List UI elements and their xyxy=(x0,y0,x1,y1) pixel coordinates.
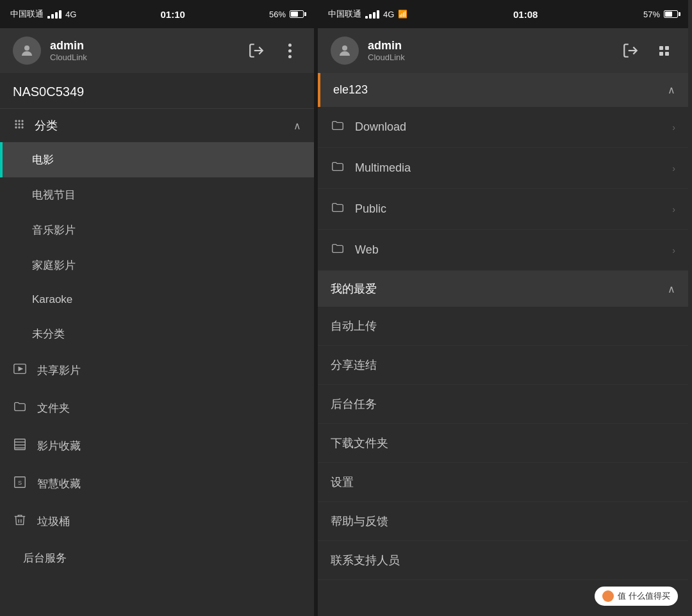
right-status-bar: 中国联通 4G 📶 01:08 57% xyxy=(318,0,688,28)
grid-dot1 xyxy=(659,46,663,50)
menu-item-uncategorized[interactable]: 未分类 xyxy=(0,316,314,352)
watermark-text: 值 什么值得买 xyxy=(618,590,670,602)
watermark: 值 什么值得买 xyxy=(595,587,678,606)
right-item-multimedia[interactable]: Multimedia › xyxy=(318,148,688,189)
menu-item-smart-collection[interactable]: S 智慧收藏 xyxy=(0,465,314,503)
svg-text:S: S xyxy=(18,480,22,486)
svg-point-6 xyxy=(18,123,20,125)
folder-icon-public xyxy=(331,200,345,218)
rbar1 xyxy=(365,16,368,19)
left-status-bar: 中国联通 4G 01:10 56% xyxy=(0,0,314,28)
right-item-web[interactable]: Web › xyxy=(318,230,688,271)
right-header-icons xyxy=(619,39,675,62)
favorites-section-header[interactable]: 我的最爱 ∧ xyxy=(318,271,688,307)
right-logout-button[interactable] xyxy=(619,39,642,62)
right-panel: 中国联通 4G 📶 01:08 57% xyxy=(318,0,688,616)
categories-section-header[interactable]: 分类 ∧ xyxy=(0,109,314,142)
right-item-background-task[interactable]: 后台任务 xyxy=(318,385,688,424)
categories-icon xyxy=(13,118,26,133)
right-signal xyxy=(365,10,379,19)
left-sidebar-menu: 分类 ∧ 电影 电视节目 音乐影片 家庭影片 Karaoke 未分类 xyxy=(0,109,314,616)
left-avatar xyxy=(13,36,41,65)
right-carrier: 中国联通 xyxy=(328,8,361,20)
menu-item-movie[interactable]: 电影 xyxy=(0,142,314,177)
folder-icon-web xyxy=(331,241,345,259)
menu-item-folder[interactable]: 文件夹 xyxy=(0,389,314,427)
svg-point-7 xyxy=(21,123,23,125)
watermark-logo xyxy=(602,590,614,602)
right-item-help[interactable]: 帮助与反馈 xyxy=(318,502,688,541)
right-username: admin xyxy=(368,39,405,53)
bar2 xyxy=(51,14,54,19)
folder-icon-left xyxy=(13,400,27,417)
right-item-settings[interactable]: 设置 xyxy=(318,463,688,502)
left-service: CloudLink xyxy=(50,53,87,62)
left-status-right: 56% xyxy=(269,10,304,19)
right-wifi-icon: 📶 xyxy=(398,10,408,19)
menu-item-shared-video[interactable]: 共享影片 xyxy=(0,352,314,389)
right-status-right: 57% xyxy=(643,10,678,19)
shared-video-icon xyxy=(13,362,27,379)
ele123-section-header[interactable]: ele123 ∧ xyxy=(318,73,688,107)
menu-item-tv[interactable]: 电视节目 xyxy=(0,177,314,213)
left-battery-fill xyxy=(291,12,298,17)
right-item-auto-upload[interactable]: 自动上传 xyxy=(318,307,688,346)
menu-item-home[interactable]: 家庭影片 xyxy=(0,248,314,283)
dot2 xyxy=(288,49,292,53)
svg-marker-12 xyxy=(19,367,22,371)
trash-icon xyxy=(13,513,27,530)
left-more-button[interactable] xyxy=(278,39,301,62)
smart-collection-icon: S xyxy=(13,475,27,492)
rbar2 xyxy=(369,14,372,19)
right-avatar xyxy=(331,36,359,65)
right-item-contact[interactable]: 联系支持人员 xyxy=(318,541,688,580)
right-network: 4G xyxy=(383,10,394,19)
left-time: 01:10 xyxy=(160,9,185,20)
right-battery-icon xyxy=(664,10,678,18)
svg-point-3 xyxy=(18,120,20,122)
right-header: admin CloudLink xyxy=(318,28,688,73)
menu-item-karaoke[interactable]: Karaoke xyxy=(0,283,314,316)
menu-item-backend[interactable]: 后台服务 xyxy=(0,540,314,576)
grid-dot4 xyxy=(665,52,669,56)
left-signal xyxy=(47,10,62,19)
left-panel: 中国联通 4G 01:10 56% xyxy=(0,0,314,616)
menu-item-music[interactable]: 音乐影片 xyxy=(0,213,314,248)
right-user-text: admin CloudLink xyxy=(368,39,405,62)
rbar3 xyxy=(373,12,375,19)
right-item-public[interactable]: Public › xyxy=(318,189,688,230)
ele123-title: ele123 xyxy=(333,83,668,97)
bar3 xyxy=(55,12,58,19)
left-status-left: 中国联通 4G xyxy=(10,8,76,20)
svg-point-2 xyxy=(15,120,17,122)
right-battery-fill xyxy=(665,12,672,17)
left-header: admin CloudLink xyxy=(0,28,314,73)
categories-label: 分类 xyxy=(35,118,58,133)
menu-item-trash[interactable]: 垃圾桶 xyxy=(0,503,314,540)
right-user-info: admin CloudLink xyxy=(331,36,405,65)
right-item-download[interactable]: Download › xyxy=(318,107,688,148)
dot1 xyxy=(288,44,292,47)
right-item-share-link[interactable]: 分享连结 xyxy=(318,346,688,385)
svg-point-5 xyxy=(15,123,17,125)
svg-point-19 xyxy=(342,45,347,51)
left-logout-button[interactable] xyxy=(245,39,268,62)
nas-title: NAS0C5349 xyxy=(0,73,314,109)
right-service: CloudLink xyxy=(368,53,405,62)
left-battery-icon xyxy=(290,10,304,18)
right-time: 01:08 xyxy=(513,9,538,20)
dot3 xyxy=(288,55,292,58)
svg-point-9 xyxy=(18,126,20,128)
menu-item-collection[interactable]: 影片收藏 xyxy=(0,427,314,465)
web-arrow: › xyxy=(672,245,675,255)
download-arrow: › xyxy=(672,122,675,133)
bar4 xyxy=(59,10,62,19)
collection-icon xyxy=(13,437,27,455)
favorites-chevron: ∧ xyxy=(668,283,675,295)
left-user-info: admin CloudLink xyxy=(13,36,87,65)
favorites-title: 我的最爱 xyxy=(331,281,668,296)
grid-dot2 xyxy=(665,46,669,50)
right-item-download-folder[interactable]: 下载文件夹 xyxy=(318,424,688,463)
multimedia-arrow: › xyxy=(672,163,675,174)
right-more-button[interactable] xyxy=(652,39,675,62)
